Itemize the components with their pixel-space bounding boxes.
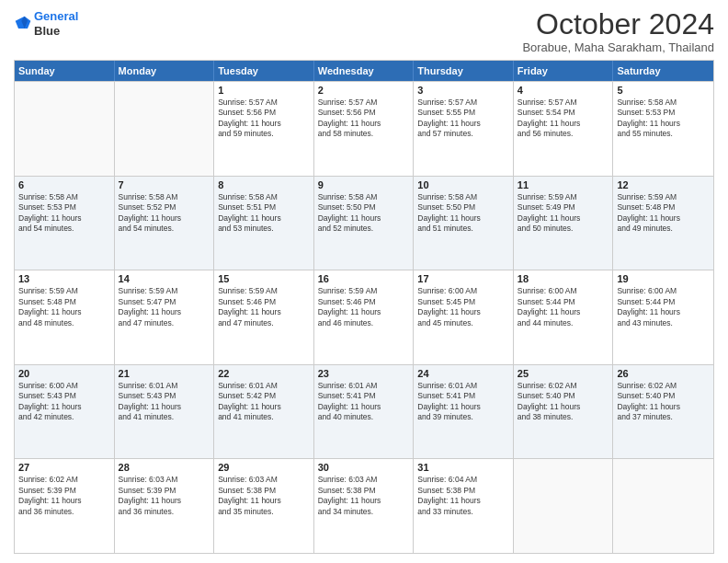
day-number: 29 (218, 462, 310, 473)
cell-info: Sunrise: 5:58 AMSunset: 5:51 PMDaylight:… (218, 192, 310, 235)
empty-cell (514, 459, 614, 553)
calendar-cell: 24Sunrise: 6:01 AMSunset: 5:41 PMDayligh… (414, 365, 514, 459)
calendar-cell: 22Sunrise: 6:01 AMSunset: 5:42 PMDayligh… (214, 365, 314, 459)
cell-info: Sunrise: 5:59 AMSunset: 5:46 PMDaylight:… (318, 286, 410, 328)
day-number: 16 (318, 273, 410, 284)
logo: General Blue (14, 9, 78, 38)
day-number: 5 (617, 85, 710, 96)
calendar-cell: 5Sunrise: 5:58 AMSunset: 5:53 PMDaylight… (613, 82, 713, 176)
calendar-cell: 13Sunrise: 5:59 AMSunset: 5:48 PMDayligh… (15, 270, 115, 364)
cell-info: Sunrise: 5:57 AMSunset: 5:56 PMDaylight:… (218, 98, 310, 140)
cell-info: Sunrise: 6:00 AMSunset: 5:45 PMDaylight:… (417, 286, 509, 328)
calendar-header: SundayMondayTuesdayWednesdayThursdayFrid… (15, 61, 713, 81)
day-number: 10 (417, 179, 509, 190)
month-title: October 2024 (522, 9, 714, 39)
day-number: 1 (218, 85, 310, 96)
calendar-cell: 9Sunrise: 5:58 AMSunset: 5:50 PMDaylight… (314, 177, 415, 270)
day-number: 15 (218, 273, 310, 284)
weekday-header: Wednesday (314, 61, 415, 81)
cell-info: Sunrise: 5:59 AMSunset: 5:48 PMDaylight:… (617, 192, 710, 235)
calendar-cell: 28Sunrise: 6:03 AMSunset: 5:39 PMDayligh… (115, 459, 215, 553)
day-number: 23 (318, 368, 410, 379)
calendar-cell: 11Sunrise: 5:59 AMSunset: 5:49 PMDayligh… (514, 177, 614, 270)
day-number: 13 (18, 273, 110, 284)
cell-info: Sunrise: 6:03 AMSunset: 5:38 PMDaylight:… (318, 475, 410, 517)
day-number: 11 (518, 179, 609, 190)
calendar-cell: 27Sunrise: 6:02 AMSunset: 5:39 PMDayligh… (15, 459, 115, 553)
cell-info: Sunrise: 6:00 AMSunset: 5:43 PMDaylight:… (18, 381, 110, 423)
cell-info: Sunrise: 5:57 AMSunset: 5:55 PMDaylight:… (417, 98, 509, 140)
weekday-header: Tuesday (214, 61, 314, 81)
day-number: 9 (318, 179, 410, 190)
day-number: 18 (518, 273, 609, 284)
cell-info: Sunrise: 5:59 AMSunset: 5:49 PMDaylight:… (518, 192, 609, 235)
calendar-cell: 30Sunrise: 6:03 AMSunset: 5:38 PMDayligh… (314, 459, 415, 553)
calendar-cell: 23Sunrise: 6:01 AMSunset: 5:41 PMDayligh… (314, 365, 415, 459)
cell-info: Sunrise: 5:57 AMSunset: 5:54 PMDaylight:… (518, 98, 609, 140)
empty-cell (15, 82, 115, 176)
day-number: 31 (417, 462, 509, 473)
day-number: 21 (119, 368, 210, 379)
calendar-cell: 2Sunrise: 5:57 AMSunset: 5:56 PMDaylight… (314, 82, 415, 176)
day-number: 28 (119, 462, 210, 473)
calendar-cell: 29Sunrise: 6:03 AMSunset: 5:38 PMDayligh… (214, 459, 314, 553)
cell-info: Sunrise: 5:58 AMSunset: 5:53 PMDaylight:… (617, 98, 710, 140)
calendar-cell: 26Sunrise: 6:02 AMSunset: 5:40 PMDayligh… (613, 365, 713, 459)
empty-cell (613, 459, 713, 553)
cell-info: Sunrise: 6:03 AMSunset: 5:38 PMDaylight:… (218, 475, 310, 517)
location-subtitle: Borabue, Maha Sarakham, Thailand (522, 40, 714, 54)
cell-info: Sunrise: 5:58 AMSunset: 5:50 PMDaylight:… (417, 192, 509, 235)
calendar-row: 13Sunrise: 5:59 AMSunset: 5:48 PMDayligh… (15, 270, 713, 364)
calendar-cell: 1Sunrise: 5:57 AMSunset: 5:56 PMDaylight… (214, 82, 314, 176)
page: General Blue October 2024 Borabue, Maha … (0, 0, 728, 563)
calendar-cell: 19Sunrise: 6:00 AMSunset: 5:44 PMDayligh… (613, 270, 713, 364)
cell-info: Sunrise: 5:58 AMSunset: 5:53 PMDaylight:… (18, 192, 110, 235)
cell-info: Sunrise: 6:02 AMSunset: 5:39 PMDaylight:… (18, 475, 110, 517)
cell-info: Sunrise: 6:00 AMSunset: 5:44 PMDaylight:… (617, 286, 710, 328)
calendar-cell: 14Sunrise: 5:59 AMSunset: 5:47 PMDayligh… (115, 270, 215, 364)
header: General Blue October 2024 Borabue, Maha … (14, 9, 714, 54)
calendar-cell: 7Sunrise: 5:58 AMSunset: 5:52 PMDaylight… (115, 177, 215, 270)
cell-info: Sunrise: 5:59 AMSunset: 5:47 PMDaylight:… (119, 286, 210, 328)
day-number: 20 (18, 368, 110, 379)
calendar-cell: 21Sunrise: 6:01 AMSunset: 5:43 PMDayligh… (115, 365, 215, 459)
cell-info: Sunrise: 5:59 AMSunset: 5:48 PMDaylight:… (18, 286, 110, 328)
logo-icon (14, 15, 32, 33)
cell-info: Sunrise: 6:02 AMSunset: 5:40 PMDaylight:… (518, 381, 609, 423)
calendar-cell: 31Sunrise: 6:04 AMSunset: 5:38 PMDayligh… (414, 459, 514, 553)
day-number: 27 (18, 462, 110, 473)
calendar-cell: 4Sunrise: 5:57 AMSunset: 5:54 PMDaylight… (514, 82, 614, 176)
day-number: 12 (617, 179, 710, 190)
cell-info: Sunrise: 6:01 AMSunset: 5:41 PMDaylight:… (318, 381, 410, 423)
cell-info: Sunrise: 5:58 AMSunset: 5:52 PMDaylight:… (119, 192, 210, 235)
cell-info: Sunrise: 6:01 AMSunset: 5:43 PMDaylight:… (119, 381, 210, 423)
day-number: 14 (119, 273, 210, 284)
calendar-cell: 25Sunrise: 6:02 AMSunset: 5:40 PMDayligh… (514, 365, 614, 459)
day-number: 22 (218, 368, 310, 379)
calendar-cell: 6Sunrise: 5:58 AMSunset: 5:53 PMDaylight… (15, 177, 115, 270)
calendar-row: 20Sunrise: 6:00 AMSunset: 5:43 PMDayligh… (15, 364, 713, 459)
cell-info: Sunrise: 6:01 AMSunset: 5:42 PMDaylight:… (218, 381, 310, 423)
cell-info: Sunrise: 6:03 AMSunset: 5:39 PMDaylight:… (119, 475, 210, 517)
day-number: 8 (218, 179, 310, 190)
calendar-cell: 18Sunrise: 6:00 AMSunset: 5:44 PMDayligh… (514, 270, 614, 364)
day-number: 3 (417, 85, 509, 96)
weekday-header: Friday (514, 61, 614, 81)
empty-cell (115, 82, 215, 176)
calendar-cell: 12Sunrise: 5:59 AMSunset: 5:48 PMDayligh… (613, 177, 713, 270)
weekday-header: Saturday (613, 61, 713, 81)
title-section: October 2024 Borabue, Maha Sarakham, Tha… (522, 9, 714, 54)
logo-general: General (34, 9, 78, 23)
cell-info: Sunrise: 6:02 AMSunset: 5:40 PMDaylight:… (617, 381, 710, 423)
cell-info: Sunrise: 5:59 AMSunset: 5:46 PMDaylight:… (218, 286, 310, 328)
weekday-header: Sunday (15, 61, 115, 81)
calendar-body: 1Sunrise: 5:57 AMSunset: 5:56 PMDaylight… (15, 81, 713, 553)
cell-info: Sunrise: 6:00 AMSunset: 5:44 PMDaylight:… (518, 286, 609, 328)
calendar-row: 27Sunrise: 6:02 AMSunset: 5:39 PMDayligh… (15, 458, 713, 553)
day-number: 17 (417, 273, 509, 284)
calendar-cell: 8Sunrise: 5:58 AMSunset: 5:51 PMDaylight… (214, 177, 314, 270)
calendar-row: 6Sunrise: 5:58 AMSunset: 5:53 PMDaylight… (15, 176, 713, 270)
calendar-cell: 3Sunrise: 5:57 AMSunset: 5:55 PMDaylight… (414, 82, 514, 176)
calendar-cell: 10Sunrise: 5:58 AMSunset: 5:50 PMDayligh… (414, 177, 514, 270)
weekday-header: Thursday (414, 61, 514, 81)
